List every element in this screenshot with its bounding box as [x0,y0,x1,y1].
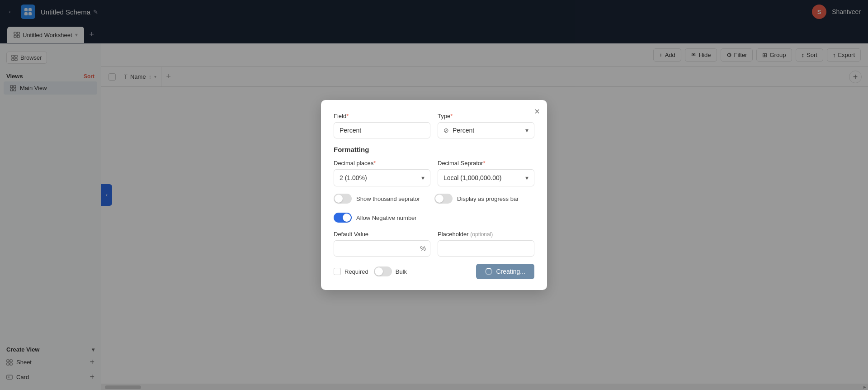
type-label: Type* [438,113,534,119]
placeholder-label: Placeholder (optional) [438,231,534,238]
default-placeholder-row: Default Value % Placeholder (optional) [334,231,534,257]
default-value-group: Default Value % [334,231,430,257]
formatting-title: Formatting [334,146,534,153]
required-label: Required [344,268,368,275]
modal-close-button[interactable]: × [534,106,540,117]
decimal-places-group: Decimal places* 2 (1.00%) ▾ [334,160,430,186]
field-group: Field* [334,113,430,138]
field-input[interactable] [334,122,430,138]
dropdown-chevron-icon: ▾ [525,127,528,134]
required-checkbox-row: Required [334,268,368,275]
toggle-row-1: Show thousand seprator Display as progre… [334,194,534,207]
percent-type-icon: ⊘ [443,127,449,134]
decimal-separator-select[interactable]: Local (1,000,000.00) ▾ [438,169,534,186]
type-group: Type* ⊘ Percent ▾ [438,113,534,138]
modal-overlay: × Field* Type* ⊘ Percent ▾ [0,0,868,390]
creating-spinner [485,268,492,275]
bulk-label: Bulk [396,268,407,275]
percent-suffix: % [420,245,426,252]
bulk-toggle-row: Bulk [374,266,407,276]
type-select[interactable]: ⊘ Percent ▾ [438,122,534,138]
default-value-wrapper: % [334,240,430,257]
allow-negative-toggle[interactable] [334,213,352,223]
creating-button[interactable]: Creating... [476,264,534,279]
placeholder-group: Placeholder (optional) [438,231,534,257]
default-value-input[interactable] [334,240,430,257]
placeholder-input[interactable] [438,240,534,257]
field-label: Field* [334,113,430,119]
required-checkbox[interactable] [334,268,341,275]
decimal-places-select[interactable]: 2 (1.00%) ▾ [334,169,430,186]
decimal-places-chevron-icon: ▾ [421,174,425,181]
decimal-separator-label: Decimal Seprator* [438,160,534,166]
field-type-row: Field* Type* ⊘ Percent ▾ [334,113,534,138]
decimal-row: Decimal places* 2 (1.00%) ▾ Decimal Sepr… [334,160,534,186]
show-thousand-label: Show thousand seprator [356,195,420,202]
display-progress-toggle[interactable] [434,194,453,204]
decimal-separator-group: Decimal Seprator* Local (1,000,000.00) ▾ [438,160,534,186]
decimal-sep-chevron-icon: ▾ [525,174,528,181]
field-modal: × Field* Type* ⊘ Percent ▾ [321,100,547,290]
show-thousand-toggle[interactable] [334,194,352,204]
decimal-places-label: Decimal places* [334,160,430,166]
allow-negative-label: Allow Negative number [356,214,417,221]
bulk-toggle[interactable] [374,266,392,276]
toggle-row-2: Allow Negative number [334,213,534,223]
default-value-label: Default Value [334,231,430,238]
form-footer: Required Bulk Creating... [334,264,534,279]
display-progress-label: Display as progress bar [457,195,519,202]
